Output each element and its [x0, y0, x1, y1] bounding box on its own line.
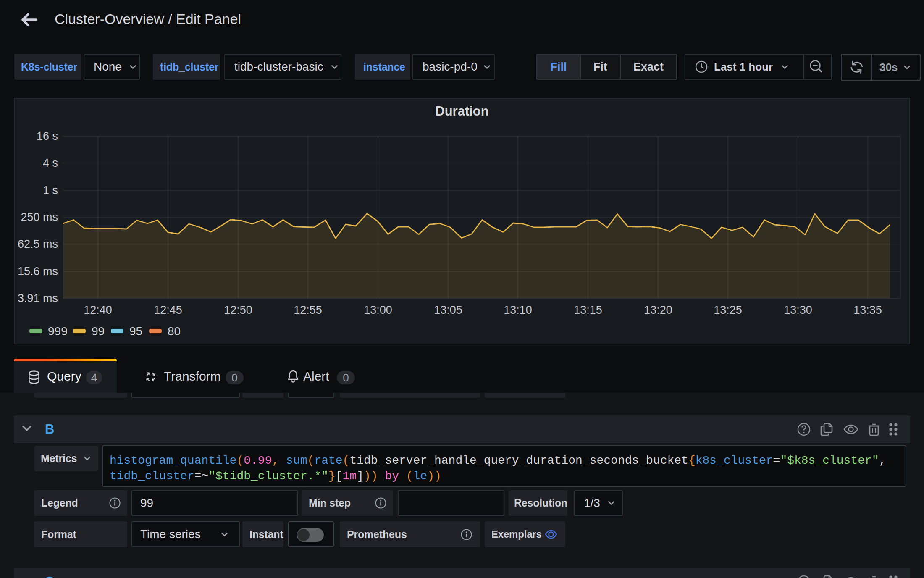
- svg-text:999: 999: [48, 325, 68, 338]
- svg-text:95: 95: [129, 325, 142, 338]
- svg-text:16 s: 16 s: [37, 130, 58, 142]
- svg-text:13:25: 13:25: [714, 304, 742, 316]
- svg-text:13:05: 13:05: [434, 304, 462, 316]
- svg-text:13:15: 13:15: [574, 304, 602, 316]
- svg-text:12:45: 12:45: [154, 304, 182, 316]
- svg-text:250 ms: 250 ms: [21, 211, 58, 223]
- svg-text:13:30: 13:30: [784, 304, 812, 316]
- svg-text:13:35: 13:35: [853, 304, 882, 316]
- svg-text:4 s: 4 s: [43, 157, 58, 169]
- svg-text:12:40: 12:40: [84, 304, 112, 316]
- svg-text:99: 99: [92, 325, 105, 338]
- svg-text:13:10: 13:10: [504, 304, 532, 316]
- svg-text:13:00: 13:00: [364, 304, 392, 316]
- svg-text:3.91 ms: 3.91 ms: [18, 292, 58, 305]
- svg-text:62.5 ms: 62.5 ms: [18, 238, 58, 250]
- svg-text:12:50: 12:50: [224, 304, 252, 316]
- svg-text:15.6 ms: 15.6 ms: [18, 265, 58, 278]
- svg-text:12:55: 12:55: [294, 304, 322, 316]
- svg-text:1 s: 1 s: [43, 184, 58, 197]
- svg-text:80: 80: [168, 325, 181, 338]
- svg-text:13:20: 13:20: [644, 304, 672, 316]
